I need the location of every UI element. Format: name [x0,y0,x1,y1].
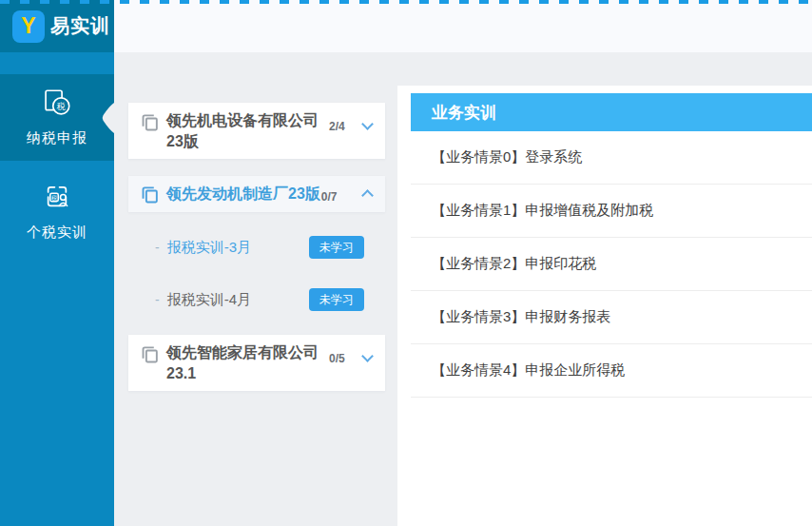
lesson-item-march[interactable]: - 报税实训-3月 未学习 [128,235,385,260]
tax-char-small: 税 [51,195,57,202]
personal-tax-icon: 税 [41,181,73,216]
chevron-up-icon[interactable] [361,189,374,202]
scenario-row-financial-report[interactable]: 【业务情景3】申报财务报表 [411,291,812,344]
course-card-jidian[interactable]: 领先机电设备有限公司23版 2/4 [128,103,385,159]
app-name: 易实训 [50,13,110,39]
lesson-item-april[interactable]: - 报税实训-4月 未学习 [128,287,385,312]
sidebar-item-tax-declaration[interactable]: 税 纳税申报 [0,74,114,161]
brand-header: Y 易实训 [0,0,114,52]
course-progress: 0/5 [329,352,345,365]
chevron-down-icon[interactable] [361,350,374,362]
course-title: 领先智能家居有限公司23.1 [166,342,328,384]
app-window: Y 易实训 税 纳税申报 [0,0,812,526]
copy-icon [140,185,160,205]
scenario-list: 【业务情景0】登录系统 【业务情景1】申报增值税及附加税 【业务情景2】申报印花… [411,131,812,398]
tax-declaration-icon: 税 [41,87,73,122]
app-logo-icon: Y [12,10,45,43]
top-dashed-border [0,0,812,4]
tax-char: 税 [57,102,67,111]
course-card-fadongji[interactable]: 领先发动机制造厂23版 0/7 [128,176,385,212]
copy-icon [140,112,160,132]
lesson-title[interactable]: 报税实训-3月 [167,239,251,257]
course-card-zhineng[interactable]: 领先智能家居有限公司23.1 0/5 [128,335,385,391]
active-item-notch [102,103,114,133]
sidebar-item-personal-tax[interactable]: 税 个税实训 [0,168,114,255]
scenario-row-login[interactable]: 【业务情景0】登录系统 [411,131,812,185]
business-training-panel: 业务实训 【业务情景0】登录系统 【业务情景1】申报增值税及附加税 【业务情景2… [397,86,812,526]
scenario-row-vat[interactable]: 【业务情景1】申报增值税及附加税 [411,185,812,238]
chevron-down-icon[interactable] [361,118,374,130]
content-area: 领先机电设备有限公司23版 2/4 领先发动机制造厂23版 0/7 - 报税实训… [114,0,812,526]
lesson-title[interactable]: 报税实训-4月 [167,291,251,309]
status-badge-button[interactable]: 未学习 [309,288,364,311]
sidebar: Y 易实训 税 纳税申报 [0,0,114,526]
top-strip [114,0,812,52]
lesson-bullet: - [155,292,160,307]
course-list: 领先机电设备有限公司23版 2/4 领先发动机制造厂23版 0/7 - 报税实训… [128,103,385,391]
scenario-row-income-tax[interactable]: 【业务情景4】申报企业所得税 [411,344,812,398]
lesson-bullet: - [155,240,160,255]
sidebar-item-label: 个税实训 [27,224,87,242]
course-title: 领先发动机制造厂23版 [166,184,320,205]
status-badge-button[interactable]: 未学习 [309,236,364,259]
course-progress: 0/7 [321,190,338,204]
panel-title: 业务实训 [411,93,812,131]
course-progress: 2/4 [329,120,345,133]
course-title: 领先机电设备有限公司23版 [166,110,328,152]
copy-icon [140,344,160,364]
sidebar-item-label: 纳税申报 [27,129,87,147]
scenario-row-stamp-tax[interactable]: 【业务情景2】申报印花税 [411,238,812,291]
